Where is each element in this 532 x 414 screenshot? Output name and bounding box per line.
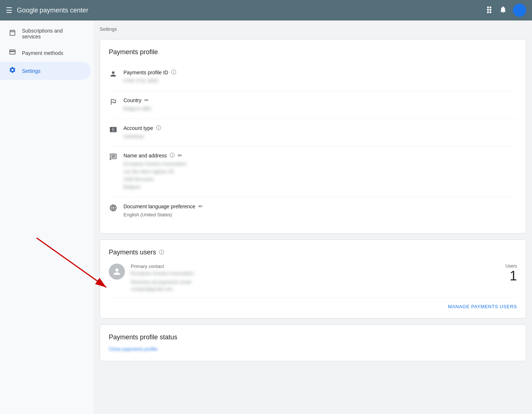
doc-lang-label: Document language preference ✏ xyxy=(123,203,517,210)
country-value: Belgium (BE) xyxy=(123,105,517,113)
user-left: Primary contact European Snacks Associat… xyxy=(109,264,194,292)
profile-id-label: Payments profile ID ⓘ xyxy=(123,69,517,76)
sidebar: Subscriptions and services Payment metho… xyxy=(0,20,94,414)
account-type-content: Account type ⓘ Individual xyxy=(123,125,517,141)
sidebar-subscriptions-label: Subscriptions and services xyxy=(22,28,82,40)
id-card-icon xyxy=(109,126,118,135)
apps-icon[interactable] xyxy=(486,6,493,15)
sidebar-item-settings[interactable]: Settings xyxy=(0,62,91,80)
app-title: Google payments center xyxy=(17,7,88,14)
account-type-info-icon[interactable]: ⓘ xyxy=(156,125,161,131)
user-avatar[interactable] xyxy=(513,4,526,17)
name-address-info-icon[interactable]: ⓘ xyxy=(170,152,175,159)
account-type-label: Account type ⓘ xyxy=(123,125,517,131)
users-number: 1 xyxy=(506,269,517,283)
sidebar-payment-methods-label: Payment methods xyxy=(22,50,63,56)
main-content: Settings Payments profile Payments profi… xyxy=(94,20,532,414)
sidebar-item-payment-methods[interactable]: Payment methods xyxy=(0,44,91,62)
product-name: payments center xyxy=(40,7,88,14)
name-address-row: Name and address ⓘ ✏ European Snacks Ass… xyxy=(109,146,517,197)
profile-id-info-icon[interactable]: ⓘ xyxy=(171,69,176,76)
globe-icon xyxy=(109,204,118,214)
name-address-label: Name and address ⓘ ✏ xyxy=(123,152,517,159)
user-receives: Receives all payments email xyxy=(131,278,194,286)
flag-icon xyxy=(109,98,118,108)
doc-lang-edit-icon[interactable]: ✏ xyxy=(198,203,203,210)
doc-lang-content: Document language preference ✏ English (… xyxy=(123,203,517,219)
user-role: Primary contact xyxy=(131,264,194,269)
calendar-icon xyxy=(9,29,16,38)
profile-id-value: 0766 4731 3826 xyxy=(123,77,517,85)
users-label: Users xyxy=(506,264,517,269)
settings-icon xyxy=(9,66,16,75)
users-card-body: Primary contact European Snacks Associat… xyxy=(109,264,517,292)
user-email: contact@gmail.com xyxy=(131,286,194,292)
notifications-icon[interactable] xyxy=(499,5,507,15)
breadcrumb: Settings xyxy=(100,23,526,35)
credit-card-icon xyxy=(9,48,16,57)
sidebar-settings-label: Settings xyxy=(22,68,41,74)
name-address-edit-icon[interactable]: ✏ xyxy=(178,152,182,159)
google-label: Google xyxy=(17,7,38,14)
doc-lang-value: English (United States) xyxy=(123,211,517,219)
address-icon xyxy=(109,153,118,163)
payments-profile-card: Payments profile Payments profile ID ⓘ 0… xyxy=(100,39,526,234)
account-type-row: Account type ⓘ Individual xyxy=(109,119,517,147)
users-count: Users 1 xyxy=(506,264,517,283)
payments-profile-title: Payments profile xyxy=(109,48,517,56)
payments-users-title: Payments users xyxy=(109,249,156,256)
manage-payments-users-section: MANAGE PAYMENTS USERS xyxy=(109,298,517,309)
country-row: Country ✏ Belgium (BE) xyxy=(109,91,517,119)
account-type-value: Individual xyxy=(123,133,517,141)
profile-id-content: Payments profile ID ⓘ 0766 4731 3826 xyxy=(123,69,517,85)
payments-profile-status-title: Payments profile status xyxy=(109,333,517,341)
payments-profile-status-card: Payments profile status Close payments p… xyxy=(100,324,526,361)
payments-users-info-icon[interactable]: ⓘ xyxy=(159,249,164,256)
country-label: Country ✏ xyxy=(123,97,517,104)
name-address-value: European Snacks Association rue des deux… xyxy=(123,160,517,191)
payments-users-card: Payments users ⓘ Primary contact Europea… xyxy=(100,239,526,318)
hamburger-icon[interactable]: ☰ xyxy=(6,6,12,15)
country-edit-icon[interactable]: ✏ xyxy=(144,97,149,104)
app-header: ☰ Google payments center xyxy=(0,0,532,20)
user-info: Primary contact European Snacks Associat… xyxy=(131,264,194,292)
user-avatar-icon xyxy=(109,264,125,280)
doc-lang-row: Document language preference ✏ English (… xyxy=(109,197,517,225)
country-content: Country ✏ Belgium (BE) xyxy=(123,97,517,113)
profile-id-row: Payments profile ID ⓘ 0766 4731 3826 xyxy=(109,63,517,91)
close-payments-profile-link[interactable]: Close payments profile xyxy=(109,346,157,352)
manage-payments-users-link[interactable]: MANAGE PAYMENTS USERS xyxy=(448,304,517,309)
name-address-content: Name and address ⓘ ✏ European Snacks Ass… xyxy=(123,152,517,191)
person-icon xyxy=(109,70,118,80)
user-name: European Snacks Association xyxy=(131,269,194,277)
sidebar-item-subscriptions[interactable]: Subscriptions and services xyxy=(0,23,91,44)
